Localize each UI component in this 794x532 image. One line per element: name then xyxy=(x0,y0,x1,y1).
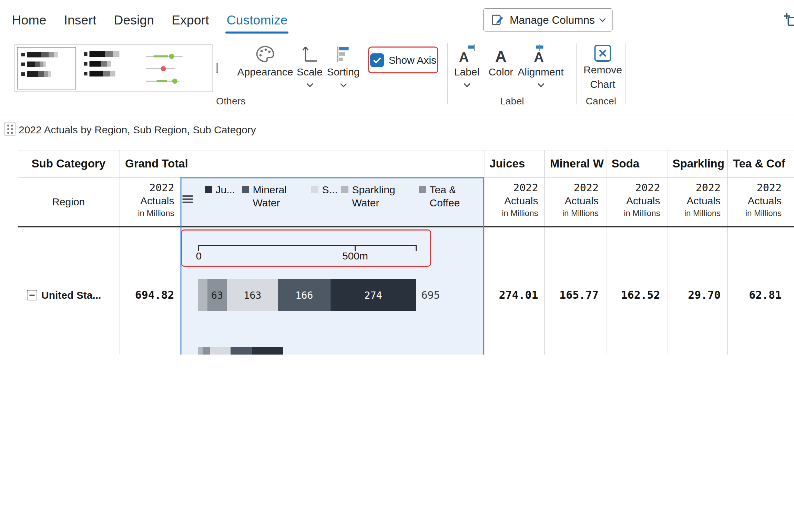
legend-label: Tea & Coffee xyxy=(430,184,466,209)
gallery-expand-chevron-icon[interactable] xyxy=(217,63,228,74)
color-button[interactable]: A Color xyxy=(486,44,516,78)
svg-text:A: A xyxy=(495,48,507,64)
table-row-gridline xyxy=(18,150,794,151)
manage-columns-button[interactable]: Manage Columns xyxy=(483,8,612,32)
tab-export[interactable]: Export xyxy=(172,12,209,28)
measure-header[interactable]: 2022Actualsin Millions xyxy=(659,182,721,219)
stacked-bar-east[interactable]: 6568100 xyxy=(198,347,284,355)
visual-title: 2022 Actuals by Region, Sub Region, Sub … xyxy=(19,123,256,136)
bar-segment-sparkling-water xyxy=(198,347,203,355)
column-header-tea-cof[interactable]: Tea & Cof xyxy=(733,150,794,177)
label-icon: A xyxy=(458,44,476,64)
stacked-bar-united-sta[interactable]: 63163166274 xyxy=(198,279,416,311)
measure-year: 2022 xyxy=(659,182,721,195)
legend-label: S... xyxy=(322,184,338,197)
add-note-button[interactable] xyxy=(781,9,794,31)
legend-item-juices[interactable]: Ju... xyxy=(205,184,235,197)
legend-item-mineral-water[interactable]: Mineral Water xyxy=(242,184,293,209)
column-header-mineral-w[interactable]: Mineral W xyxy=(550,150,605,177)
sorting-button[interactable]: Sorting xyxy=(327,44,360,86)
appearance-button[interactable]: Appearance xyxy=(239,44,292,78)
show-axis-toggle[interactable]: Show Axis xyxy=(368,47,438,73)
tab-insert[interactable]: Insert xyxy=(64,12,96,28)
collapse-toggle[interactable] xyxy=(27,290,37,300)
chart-style-thumb-selected[interactable] xyxy=(17,47,76,90)
value-cell[interactable]: 62.81 xyxy=(722,288,782,303)
table-column-gridline xyxy=(544,150,545,355)
row-label-east[interactable]: East xyxy=(18,354,111,355)
chevron-down-icon xyxy=(340,81,346,87)
manage-columns-icon xyxy=(491,13,505,27)
bar-segment-tea-coffee xyxy=(203,347,210,355)
column-header-juices[interactable]: Juices xyxy=(490,150,543,177)
row-dimension-header-region[interactable]: Region xyxy=(18,177,119,226)
legend-item-tea-coffee[interactable]: Tea & Coffee xyxy=(419,184,466,209)
scale-button[interactable]: Scale xyxy=(295,44,325,86)
chart-style-thumb-3[interactable] xyxy=(142,47,211,90)
table-row-gridline xyxy=(18,177,794,178)
measure-year: 2022 xyxy=(476,182,538,195)
axis-mid-label: 500m xyxy=(342,250,368,262)
chart-column-drag-icon[interactable] xyxy=(183,195,193,205)
value-cell[interactable]: 165.77 xyxy=(539,288,599,303)
measure-header[interactable]: 2022Actualsin Millions xyxy=(598,182,660,219)
value-cell[interactable]: 67.82 xyxy=(539,354,599,355)
label-label: Label xyxy=(454,66,479,78)
color-label: Color xyxy=(489,66,513,78)
legend-item-sparkling-water[interactable]: Sparkling Water xyxy=(341,184,402,209)
legend-swatch xyxy=(419,186,426,193)
ribbon-bottom-divider xyxy=(0,114,794,114)
column-header-soda[interactable]: Soda xyxy=(612,150,666,177)
value-cell[interactable]: 22.59 xyxy=(722,354,782,355)
value-cell[interactable]: 162.52 xyxy=(601,288,660,303)
measure-name: Actuals xyxy=(112,194,174,207)
bar-segment-juices: 274 xyxy=(330,279,416,311)
bar-segment-sparkling-water xyxy=(198,279,207,311)
chart-type-gallery xyxy=(14,44,213,92)
value-cell[interactable]: 99.69 xyxy=(479,354,538,355)
measure-unit: in Millions xyxy=(598,208,660,219)
bar-total-label: 269 xyxy=(288,354,307,355)
label-button[interactable]: A Label xyxy=(452,44,482,86)
alignment-label: Alignment xyxy=(518,66,563,78)
tab-design[interactable]: Design xyxy=(114,12,154,28)
value-cell[interactable]: 274.01 xyxy=(479,288,538,303)
measure-header[interactable]: 2022Actualsin Millions xyxy=(720,182,782,219)
corner-header-sub-category[interactable]: Sub Category xyxy=(18,150,119,177)
value-cell[interactable]: 29.70 xyxy=(661,288,721,303)
measure-header-grand-total[interactable]: 2022Actualsin Millions xyxy=(112,182,174,219)
measure-header[interactable]: 2022Actualsin Millions xyxy=(476,182,538,219)
grand-total-value[interactable]: 269.50 xyxy=(115,354,174,355)
ribbon-toolbar: Appearance Scale Sorting Show Axis xyxy=(0,43,794,111)
value-cell[interactable]: 14.23 xyxy=(661,354,721,355)
measure-name: Actuals xyxy=(476,194,538,207)
tab-customize[interactable]: Customize xyxy=(226,12,287,28)
bar-segment-juices: 100 xyxy=(252,347,284,355)
bar-total-label: 695 xyxy=(421,288,440,303)
measure-name: Actuals xyxy=(720,194,782,207)
grand-total-value[interactable]: 694.82 xyxy=(115,288,174,303)
measure-name: Actuals xyxy=(598,194,660,207)
chart-axis-highlighted: 0500m xyxy=(181,229,431,267)
value-cell[interactable]: 65.16 xyxy=(601,354,660,355)
bar-segment-soda: 163 xyxy=(227,279,278,311)
font-color-icon: A xyxy=(493,44,509,64)
column-header-grand-total[interactable]: Grand Total xyxy=(125,150,188,177)
legend-label: Mineral Water xyxy=(253,184,293,209)
drag-handle-icon[interactable] xyxy=(4,122,16,136)
row-label-united-sta[interactable]: United Sta... xyxy=(41,288,101,303)
table-column-gridline xyxy=(606,150,607,355)
legend-item-soda[interactable]: S... xyxy=(311,184,338,197)
column-header-sparkling[interactable]: Sparkling xyxy=(673,150,726,177)
table-column-gridline xyxy=(119,150,120,355)
tab-home[interactable]: Home xyxy=(12,12,47,28)
bar-segment-tea-coffee: 63 xyxy=(207,279,227,311)
legend-swatch xyxy=(341,186,348,193)
remove-chart-button[interactable]: Remove Chart xyxy=(582,44,623,91)
measure-header[interactable]: 2022Actualsin Millions xyxy=(537,182,599,219)
alignment-button[interactable]: A Alignment xyxy=(520,44,561,86)
sorting-label: Sorting xyxy=(327,66,359,78)
measure-unit: in Millions xyxy=(659,208,721,219)
header-separator-line xyxy=(18,226,794,228)
chart-style-thumb-2[interactable] xyxy=(80,47,139,90)
